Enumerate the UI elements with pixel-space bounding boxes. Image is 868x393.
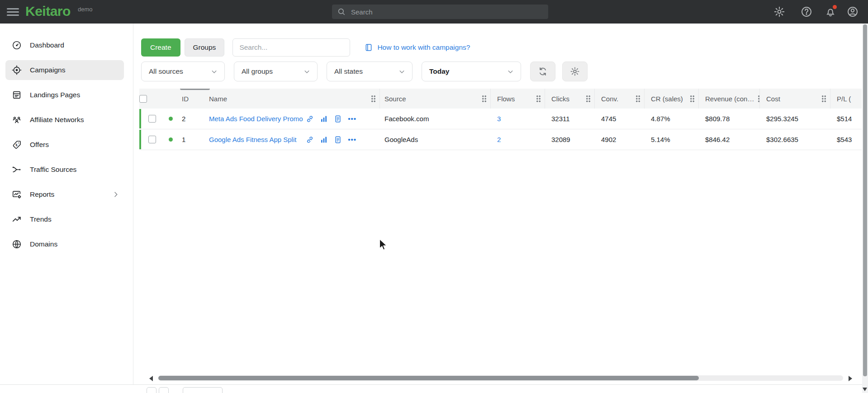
column-drag-handle-icon[interactable] [482,95,487,103]
sidebar-item-label: Landings Pages [30,91,80,99]
date-range-dropdown[interactable]: Today [422,62,521,81]
campaign-link-icon[interactable] [306,115,314,123]
campaign-notes-icon[interactable] [334,136,342,144]
column-header-name[interactable]: Name [206,89,380,109]
table-top-scrollbar-thumb[interactable] [180,89,210,90]
sidebar-item-traffic-sources[interactable]: Traffic Sources [5,160,124,180]
column-drag-handle-icon[interactable] [690,95,695,103]
column-header-id[interactable]: ID [176,89,206,109]
column-header-source[interactable]: Source [380,89,491,109]
date-range-value: Today [429,67,450,76]
more-actions-icon[interactable]: ••• [348,136,356,143]
column-header-pl[interactable]: P/L ( [830,89,862,109]
campaign-name-link[interactable]: Meta Ads Food Delivery Promo [209,115,303,123]
sidebar-item-landings-pages[interactable]: Landings Pages [5,85,124,105]
vertical-scrollbar-thumb[interactable] [863,24,867,376]
table-settings-button[interactable] [562,62,588,81]
campaign-stats-icon[interactable] [320,115,328,123]
table-header-row: ID Name Source Flows Clicks Conv. CR (sa… [139,89,862,109]
campaign-id: 1 [176,129,206,150]
create-button[interactable]: Create [141,38,180,57]
sources-filter-value: All sources [149,67,183,76]
notification-badge [833,5,837,9]
sidebar-item-label: Trends [30,215,52,223]
help-icon[interactable] [801,6,812,18]
column-header-cost[interactable]: Cost [760,89,830,109]
row-actions: ••• [306,115,356,123]
row-checkbox[interactable] [148,115,156,123]
groups-filter-value: All groups [242,67,273,76]
column-header-flows[interactable]: Flows [491,89,545,109]
campaign-notes-icon[interactable] [334,115,342,123]
row-checkbox[interactable] [148,136,156,143]
refresh-icon [538,66,548,76]
sidebar-item-dashboard[interactable]: Dashboard [5,35,124,55]
sidebar-item-affiliate-networks[interactable]: Affiliate Networks [5,110,124,130]
column-drag-handle-icon[interactable] [636,95,640,103]
campaign-id: 2 [176,109,206,129]
sidebar-item-offers[interactable]: $ Offers [5,135,124,155]
cost-value: $302.6635 [760,129,830,150]
pagination-button[interactable] [159,387,169,393]
status-dot-active [169,137,173,142]
pl-value: $543 [830,129,862,150]
help-campaigns-link[interactable]: How to work with campaigns? [365,43,470,52]
campaign-stats-icon[interactable] [320,136,328,144]
column-header-cr-sales[interactable]: CR (sales) [645,89,699,109]
campaigns-search-input[interactable] [232,38,350,57]
states-filter-value: All states [334,67,363,76]
sources-filter-dropdown[interactable]: All sources [141,62,225,81]
sidebar-item-campaigns[interactable]: Campaigns [5,60,124,80]
cr-value: 4.87% [645,109,699,129]
report-icon [12,189,22,199]
select-all-checkbox[interactable] [139,95,147,103]
sidebar-item-label: Offers [30,141,49,149]
global-search-input[interactable] [351,8,543,16]
globe-icon [12,239,22,249]
scroll-left-arrow[interactable] [149,376,153,381]
global-search[interactable] [332,5,548,19]
pages-icon [12,90,22,100]
vertical-scrollbar[interactable] [862,24,868,393]
horizontal-scrollbar-thumb[interactable] [158,376,699,380]
sidebar-item-label: Affiliate Networks [30,116,84,124]
tag-icon: $ [12,140,22,150]
scroll-right-arrow[interactable] [849,376,852,381]
campaign-link-icon[interactable] [306,136,314,144]
gauge-icon [12,40,22,50]
groups-button[interactable]: Groups [185,38,225,57]
hamburger-menu-icon[interactable] [7,6,19,17]
more-actions-icon[interactable]: ••• [348,115,356,123]
states-filter-dropdown[interactable]: All states [327,62,413,81]
sidebar-item-reports[interactable]: Reports [5,185,124,204]
sidebar-item-domains[interactable]: Domains [5,234,124,254]
pagination-button[interactable] [147,387,157,393]
column-drag-handle-icon[interactable] [821,95,826,103]
target-icon [12,65,22,75]
page-size-select[interactable] [183,387,223,393]
column-header-conv[interactable]: Conv. [595,89,645,109]
sidebar-item-trends[interactable]: Trends [5,209,124,229]
scroll-down-arrow[interactable] [863,388,867,391]
flows-count-link[interactable]: 2 [497,136,501,143]
column-drag-handle-icon[interactable] [586,95,591,103]
settings-gear-icon[interactable] [773,6,785,18]
horizontal-scrollbar-track[interactable] [158,375,843,381]
notifications-bell-icon[interactable] [825,6,836,18]
groups-filter-dropdown[interactable]: All groups [234,62,318,81]
flows-count-link[interactable]: 3 [497,115,501,123]
status-dot-active [169,117,173,121]
campaign-source: GoogleAds [380,129,491,150]
account-icon[interactable] [847,6,859,18]
chevron-down-icon [507,68,514,76]
refresh-button[interactable] [530,62,555,81]
book-icon [365,43,373,52]
horizontal-scrollbar [139,373,856,384]
column-header-revenue[interactable]: Revenue (con… [699,89,760,109]
column-drag-handle-icon[interactable] [536,95,541,103]
clicks-value: 32089 [545,129,595,150]
campaign-name-link[interactable]: Google Ads Fitness App Split [209,136,296,143]
sidebar-item-label: Campaigns [30,66,65,74]
column-header-clicks[interactable]: Clicks [545,89,595,109]
column-drag-handle-icon[interactable] [371,95,376,103]
